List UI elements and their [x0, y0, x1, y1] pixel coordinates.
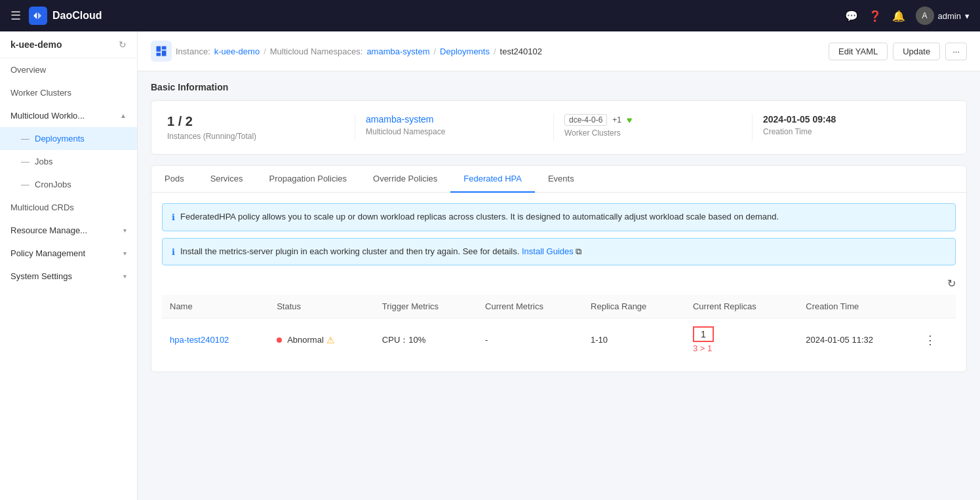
- cell-replica-range: 1-10: [583, 318, 685, 362]
- cell-name: hpa-test240102: [162, 318, 269, 362]
- instances-value: 1 / 2: [167, 114, 344, 129]
- message-icon[interactable]: 💬: [845, 10, 858, 22]
- sidebar-item-policy-management[interactable]: Policy Management ▾: [0, 242, 137, 265]
- info-clusters: dce-4-0-6 +1 ♥ Worker Clusters: [554, 114, 753, 141]
- sidebar-item-label: Worker Clusters: [10, 88, 71, 98]
- username: admin: [938, 11, 961, 21]
- user-menu[interactable]: A admin ▾: [916, 7, 970, 25]
- basic-info-title: Basic Information: [151, 82, 967, 92]
- bell-icon[interactable]: 🔔: [892, 10, 905, 22]
- tab-events[interactable]: Events: [535, 166, 587, 193]
- sidebar-item-label: Policy Management: [10, 248, 85, 258]
- breadcrumb-actions: Edit YAML Update ···: [829, 43, 967, 60]
- main-content: Instance: k-uee-demo / Multicloud Namesp…: [138, 31, 980, 500]
- sidebar-item-label: System Settings: [10, 271, 72, 281]
- plus-badge: +1: [612, 115, 621, 125]
- resource-name: test240102: [500, 47, 542, 56]
- tab-services[interactable]: Services: [197, 166, 256, 193]
- col-actions: [916, 295, 956, 318]
- logo-text: DaoCloud: [52, 10, 102, 22]
- namespace-value: amamba-system: [366, 114, 543, 125]
- sidebar-item-jobs[interactable]: —Jobs: [0, 150, 137, 173]
- info-creation: 2024-01-05 09:48 Creation Time: [753, 114, 951, 141]
- sidebar-item-label: Deployments: [35, 134, 85, 144]
- namespaces-label: Multicloud Namespaces:: [270, 47, 363, 56]
- navbar: ☰ DaoCloud 💬 ❓ 🔔 A admin ▾: [0, 0, 980, 31]
- info-banner-2: ℹ Install the metrics-server plugin in e…: [162, 238, 956, 266]
- sidebar-refresh-icon[interactable]: ↻: [119, 39, 127, 50]
- resource-label[interactable]: Deployments: [440, 47, 490, 56]
- sidebar-item-resource-manage[interactable]: Resource Manage... ▾: [0, 219, 137, 242]
- banner-text-1: FederatedHPA policy allows you to scale …: [180, 210, 779, 223]
- tab-federated-hpa[interactable]: Federated HPA: [450, 166, 535, 193]
- cell-status: Abnormal ⚠: [269, 318, 374, 362]
- health-icon: ♥: [627, 115, 632, 125]
- col-name: Name: [162, 295, 269, 318]
- more-actions-button[interactable]: ···: [945, 43, 967, 60]
- banner-text-2: Install the metrics-server plugin in eac…: [180, 245, 581, 258]
- status-text: Abnormal: [287, 335, 324, 345]
- clusters-label: Worker Clusters: [564, 128, 741, 138]
- sep2: /: [433, 47, 436, 56]
- help-icon[interactable]: ❓: [869, 10, 882, 22]
- chevron-up-icon: ▲: [120, 112, 127, 119]
- table-header-row: Name Status Trigger Metrics Current Metr…: [162, 295, 956, 318]
- external-link-icon: ⧉: [576, 246, 581, 256]
- table-refresh-button[interactable]: ↻: [947, 277, 956, 290]
- row-actions-button[interactable]: ⋮: [924, 334, 936, 347]
- cell-current-replicas: 1 3 > 1: [685, 318, 798, 362]
- info-card: 1 / 2 Instances (Running/Total) amamba-s…: [151, 100, 967, 155]
- cluster-tag: dce-4-0-6: [564, 114, 607, 126]
- edit-yaml-button[interactable]: Edit YAML: [829, 43, 888, 60]
- tab-propagation-policies[interactable]: Propagation Policies: [256, 166, 361, 193]
- info-icon-1: ℹ: [172, 211, 175, 224]
- replica-change: 3 > 1: [693, 343, 790, 353]
- info-icon-2: ℹ: [172, 246, 175, 259]
- col-current-metrics: Current Metrics: [477, 295, 583, 318]
- instances-label: Instances (Running/Total): [167, 132, 344, 141]
- cell-trigger-metrics: CPU：10%: [374, 318, 477, 362]
- sidebar-item-multicloud-worklo[interactable]: Multicloud Worklo... ▲: [0, 104, 137, 127]
- warning-icon: ⚠: [326, 335, 335, 345]
- info-instances: 1 / 2 Instances (Running/Total): [167, 114, 355, 141]
- sidebar-item-label: Overview: [10, 65, 46, 75]
- sidebar-item-worker-clusters[interactable]: Worker Clusters: [0, 81, 137, 104]
- dash-icon: —: [21, 134, 29, 144]
- breadcrumb-icon: [151, 41, 172, 62]
- sidebar-item-label: CronJobs: [35, 180, 71, 189]
- sidebar-header: k-uee-demo ↻: [0, 31, 137, 58]
- tabs-header: Pods Services Propagation Policies Overr…: [151, 166, 966, 193]
- sidebar-item-label: Multicloud Worklo...: [10, 111, 85, 121]
- sidebar-item-system-settings[interactable]: System Settings ▾: [0, 265, 137, 288]
- logo: DaoCloud: [29, 7, 102, 25]
- sidebar-item-overview[interactable]: Overview: [0, 58, 137, 81]
- install-guides-link[interactable]: Install Guides: [522, 246, 574, 256]
- namespace-value[interactable]: amamba-system: [366, 47, 429, 56]
- tab-override-policies[interactable]: Override Policies: [360, 166, 450, 193]
- tabs-container: Pods Services Propagation Policies Overr…: [151, 165, 967, 372]
- hamburger-icon[interactable]: ☰: [10, 9, 21, 23]
- col-creation-time: Creation Time: [798, 295, 916, 318]
- sidebar-item-label: Resource Manage...: [10, 225, 87, 235]
- sep1: /: [264, 47, 266, 56]
- table-row: hpa-test240102 Abnormal ⚠: [162, 318, 956, 362]
- cell-current-metrics: -: [477, 318, 583, 362]
- tab-pods[interactable]: Pods: [151, 166, 197, 193]
- sidebar-item-deployments[interactable]: —Deployments: [0, 127, 137, 150]
- sidebar: k-uee-demo ↻ Overview Worker Clusters Mu…: [0, 31, 138, 500]
- sidebar-item-label: Multicloud CRDs: [10, 202, 74, 212]
- hpa-name-link[interactable]: hpa-test240102: [170, 335, 229, 345]
- creation-value: 2024-01-05 09:48: [763, 114, 940, 125]
- replica-value: 1: [693, 326, 714, 342]
- avatar: A: [916, 7, 934, 25]
- sidebar-item-multicloud-crds[interactable]: Multicloud CRDs: [0, 196, 137, 219]
- info-namespace: amamba-system Multicloud Namespace: [355, 114, 554, 141]
- sidebar-item-cronjobs[interactable]: —CronJobs: [0, 173, 137, 196]
- cell-creation-time: 2024-01-05 11:32: [798, 318, 916, 362]
- info-banner-1: ℹ FederatedHPA policy allows you to scal…: [162, 203, 956, 231]
- dash-icon: —: [21, 180, 29, 189]
- col-trigger-metrics: Trigger Metrics: [374, 295, 477, 318]
- instance-value[interactable]: k-uee-demo: [214, 47, 260, 56]
- chevron-down-icon: ▾: [123, 273, 127, 280]
- update-button[interactable]: Update: [893, 43, 940, 60]
